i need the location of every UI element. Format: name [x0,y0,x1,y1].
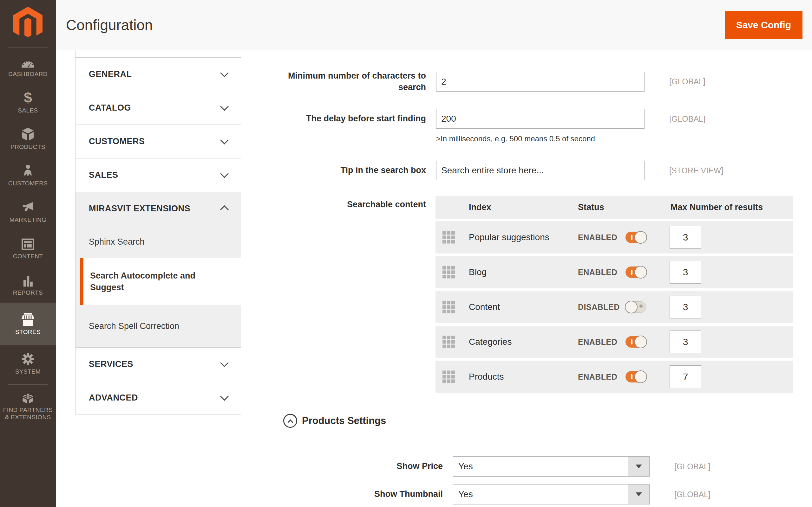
nav-item-search-autocomplete-and-suggest[interactable]: Search Autocomplete and Suggest [80,258,241,305]
nav-section-advanced[interactable]: ADVANCED [75,381,241,414]
status-toggle[interactable] [625,267,647,278]
selected-value: Yes [458,489,473,499]
status-toggle[interactable] [625,336,647,348]
chevron-down-icon [220,102,229,111]
chevron-down-icon [220,69,229,77]
nav-section-mirasvit-extensions[interactable]: MIRASVIT EXTENSIONS [75,192,241,225]
index-name: Content [469,302,500,312]
nav-section-customers[interactable]: CUSTOMERS [75,124,241,158]
min-characters-input[interactable] [436,72,645,92]
selected-value: Yes [458,461,473,471]
content-icon [21,236,35,250]
drag-handle-icon[interactable] [443,336,455,348]
max-results-input[interactable] [670,296,701,319]
status-toggle[interactable] [625,232,647,243]
partners-icon [20,390,35,404]
sidebar-item-label: REPORTS [13,289,43,297]
show-thumbnail-select[interactable]: Yes [453,484,650,504]
nav-section-mirasvit-extensions-group: MIRASVIT EXTENSIONS Sphinx Search Search… [75,192,241,347]
table-header-row: Index Status Max Number of results [436,196,793,219]
drag-handle-icon[interactable] [443,371,455,383]
chevron-up-icon [220,205,229,214]
status-toggle[interactable] [625,371,647,383]
field-label: Tip in the search box [276,165,426,176]
collapse-section-icon[interactable] [283,414,297,428]
field-label: Show Price [276,461,443,472]
sidebar-item-label: MARKETING [9,216,47,224]
customers-icon [21,163,34,178]
page-title: Configuration [66,16,153,34]
max-results-input[interactable] [670,261,701,284]
sidebar-item-label: STORES [15,329,41,336]
products-settings-heading: Products Settings [283,414,386,428]
save-config-button[interactable]: Save Config [725,11,803,39]
sidebar-item-label: SALES [18,107,38,114]
sidebar-item-reports[interactable]: REPORTS [0,266,56,302]
sidebar-item-marketing[interactable]: MARKETING [0,193,56,230]
form-row-show-price: Show Price Yes [GLOBAL] [276,456,711,476]
status-toggle[interactable] [625,301,647,313]
table-row-content: Content DISABLED [436,291,793,323]
status-text: ENABLED [578,268,620,277]
drag-handle-icon[interactable] [443,266,455,279]
form-row-show-thumbnail: Show Thumbnail Yes [GLOBAL] [276,484,711,504]
magento-logo[interactable] [0,0,56,47]
drag-handle-icon[interactable] [443,301,455,314]
field-note: >In milliseconds, e.g. 500 means 0.5 of … [436,134,595,143]
nav-item-sphinx-search[interactable]: Sphinx Search [75,225,241,258]
sidebar-item-system[interactable]: SYSTEM [0,345,56,382]
nav-section-services[interactable]: SERVICES [75,347,241,381]
nav-section-sales[interactable]: SALES [75,158,241,192]
sidebar-item-label: SYSTEM [15,368,41,376]
reports-icon [21,273,35,287]
sidebar-item-label: DASHBOARD [8,71,48,78]
index-name: Categories [469,337,512,347]
nav-item-search-spell-correction[interactable]: Search Spell Correction [75,305,241,347]
form-row-min-characters: Minimum number of characters to search [… [276,70,705,93]
nav-section-general[interactable]: GENERAL [75,57,241,91]
searchable-content-table: Index Status Max Number of results Popul… [436,196,793,393]
column-header-status: Status [578,203,604,212]
status-text: ENABLED [578,337,620,347]
sidebar-item-products[interactable]: PRODUCTS [0,120,56,157]
max-results-input[interactable] [670,331,701,353]
scope-badge: [GLOBAL] [674,490,711,499]
max-results-input[interactable] [670,365,701,388]
section-title: Products Settings [302,415,386,427]
admin-sidebar: DASHBOARD $ SALES PRODUCTS CUSTOMERS [0,0,56,507]
chevron-down-icon [220,359,229,367]
nav-section-catalog[interactable]: CATALOG [75,91,241,124]
show-price-select[interactable]: Yes [453,456,650,476]
max-results-input[interactable] [670,226,701,249]
drag-handle-icon[interactable] [443,231,455,244]
sidebar-item-content[interactable]: CONTENT [0,230,56,266]
chevron-down-icon [220,136,229,145]
sidebar-item-label: FIND PARTNERS & EXTENSIONS [3,406,53,421]
sidebar-item-customers[interactable]: CUSTOMERS [0,157,56,193]
sidebar-item-find-partners[interactable]: FIND PARTNERS & EXTENSIONS [0,387,56,424]
chevron-down-icon [220,392,229,400]
form-row-delay: The delay before start finding [GLOBAL] [276,109,705,129]
search-tip-input[interactable] [436,161,645,180]
page-header: Configuration Save Config [56,0,812,50]
column-header-index: Index [469,203,491,212]
scope-badge: [GLOBAL] [669,114,705,124]
scope-badge: [GLOBAL] [674,462,711,471]
dashboard-icon [20,54,35,68]
status-text: ENABLED [578,372,620,382]
table-row-categories: Categories ENABLED [436,326,793,358]
delay-input[interactable] [436,109,645,129]
sales-icon: $ [24,90,32,105]
searchable-content-label: Searchable content [276,200,426,210]
status-text: DISABLED [578,302,620,312]
sidebar-item-stores[interactable]: STORES [0,302,56,345]
field-label: Minimum number of characters to search [276,70,426,93]
sidebar-item-dashboard[interactable]: DASHBOARD [0,48,56,84]
sidebar-item-sales[interactable]: $ SALES [0,84,56,120]
form-row-search-tip: Tip in the search box [STORE VIEW] [276,161,723,180]
column-header-max-results: Max Number of results [670,203,763,212]
field-label: The delay before start finding [276,113,426,124]
sidebar-item-label: CUSTOMERS [8,180,48,187]
table-row-blog: Blog ENABLED [436,256,793,288]
config-section-nav: GENERAL CATALOG CUSTOMERS SALES MIRASVIT… [75,50,241,414]
